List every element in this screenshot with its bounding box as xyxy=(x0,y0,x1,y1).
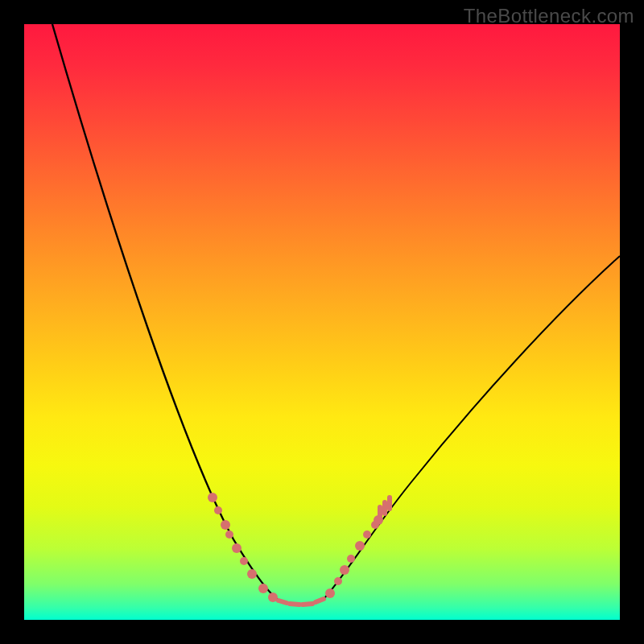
watermark-text: TheBottleneck.com xyxy=(464,5,634,27)
data-marker xyxy=(340,565,349,575)
valley-dashes-group xyxy=(279,599,324,605)
data-marker xyxy=(363,530,371,539)
data-marker xyxy=(258,584,268,593)
data-marker xyxy=(232,543,242,553)
right-curve xyxy=(324,256,620,599)
data-marker xyxy=(221,520,230,530)
data-dash xyxy=(290,604,299,605)
left-markers-group xyxy=(208,493,278,602)
data-marker xyxy=(334,577,342,585)
data-marker xyxy=(240,557,248,565)
left-curve xyxy=(52,24,282,602)
data-marker xyxy=(347,555,355,563)
data-marker xyxy=(208,493,217,502)
frame-left xyxy=(0,0,24,644)
data-marker xyxy=(355,541,365,551)
data-dash xyxy=(279,601,287,603)
right-ticks-group xyxy=(380,497,390,518)
data-marker xyxy=(371,521,379,529)
data-marker xyxy=(325,588,335,598)
data-marker xyxy=(214,506,222,514)
plot-area xyxy=(24,24,620,620)
data-dash xyxy=(316,599,324,602)
chart-svg xyxy=(24,24,620,620)
data-marker xyxy=(247,569,257,579)
frame-bottom xyxy=(0,620,644,644)
frame-right xyxy=(620,0,644,644)
data-dash xyxy=(303,604,312,605)
data-marker xyxy=(225,530,233,539)
